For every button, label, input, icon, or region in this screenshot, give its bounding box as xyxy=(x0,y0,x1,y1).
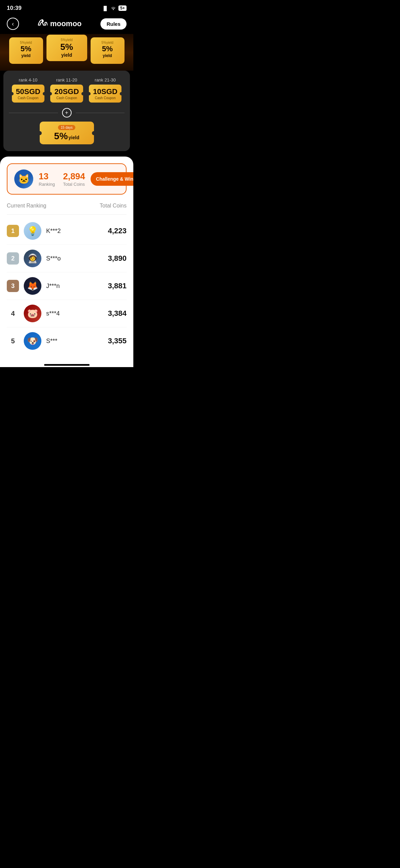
rank-label-2: rank 11-20 xyxy=(56,77,77,83)
user-coins-value: 2,894 xyxy=(63,171,85,182)
rank-badge-5: 5 xyxy=(7,335,19,347)
player-name-5: S*** xyxy=(46,338,103,345)
cash-coupon-card-3: 10SGD Cash Coupon xyxy=(89,85,121,103)
hero-coupon-right-sub: yield xyxy=(103,53,112,58)
coupon-amount-2: 20SGD xyxy=(54,87,79,96)
rank-badge-1: 1 xyxy=(7,225,19,237)
wifi-icon xyxy=(110,5,116,11)
yield-value: 5% xyxy=(54,131,68,141)
svg-point-0 xyxy=(42,20,44,22)
table-row: 5 🐶 S*** 3,355 xyxy=(7,327,127,355)
avatar-player-4: 🐷 xyxy=(24,305,41,322)
home-indicator xyxy=(7,361,127,367)
hero-coupon-center-sub: yield xyxy=(61,52,72,58)
player-coins-3: 3,881 xyxy=(108,282,127,290)
hero-coupon-center-label: 5%yield xyxy=(61,38,73,42)
table-row: 3 🦊 J***n 3,881 xyxy=(7,272,127,300)
hero-coupon-right-label: 5%yield xyxy=(101,41,113,44)
white-section: 🐱 13 Ranking 2,894 Total Coins Challenge… xyxy=(0,157,133,367)
avatar-player-2: 🧑‍🚀 xyxy=(24,250,41,267)
rank-badge-3: 3 xyxy=(7,280,19,292)
hero-coupon-left-label: 5%yield xyxy=(20,41,32,44)
table-row: 2 🧑‍🚀 S***o 3,890 xyxy=(7,245,127,272)
rules-button[interactable]: Rules xyxy=(100,18,127,30)
hero-coupon-left-value: 5% xyxy=(21,44,32,53)
table-row: 1 💡 K***2 4,223 xyxy=(7,217,127,245)
rewards-section: rank 4-10 50SGD Cash Coupon rank 11-20 2… xyxy=(3,71,130,151)
user-ranking-label: Ranking xyxy=(39,182,55,187)
coupon-type-3: Cash Coupon xyxy=(95,96,116,100)
ranking-header: Current Ranking Total Coins xyxy=(7,203,127,215)
hero-coupon-left-sub: yield xyxy=(21,53,31,58)
back-button[interactable]: ‹ xyxy=(7,18,19,30)
avatar-player-1: 💡 xyxy=(24,222,41,240)
coupon-amount-1: 50SGD xyxy=(16,87,40,96)
player-coins-4: 3,384 xyxy=(108,309,127,318)
player-name-3: J***n xyxy=(46,283,103,290)
hero-section: 5%yield 5% yield 5%yield 5% yield 5%yiel… xyxy=(0,34,133,71)
logo-text: moomoo xyxy=(50,19,82,28)
avatar-player-5: 🐶 xyxy=(24,332,41,350)
player-coins-2: 3,890 xyxy=(108,254,127,263)
ranking-stat: 13 Ranking xyxy=(39,171,55,187)
user-stats: 13 Ranking 2,894 Total Coins xyxy=(39,171,85,187)
player-name-2: S***o xyxy=(46,255,103,262)
home-bar xyxy=(44,364,90,366)
table-row: 4 🐷 s***4 3,384 xyxy=(7,300,127,327)
user-avatar: 🐱 xyxy=(14,169,33,188)
yield-sub: yield xyxy=(69,135,79,140)
hero-coupon-center: 5%yield 5% yield xyxy=(46,35,87,61)
player-name-1: K***2 xyxy=(46,228,103,235)
coupon-amount-3: 10SGD xyxy=(93,87,117,96)
rewards-grid: rank 4-10 50SGD Cash Coupon rank 11-20 2… xyxy=(9,77,125,103)
status-icons: ▐▌ 5+ xyxy=(102,5,127,11)
reward-item-3: rank 21-30 10SGD Cash Coupon xyxy=(89,77,121,103)
logo-icon xyxy=(38,19,47,29)
days-badge: 15 days xyxy=(58,125,75,130)
hero-coupon-right: 5%yield 5% yield xyxy=(91,37,125,64)
rank-badge-4: 4 xyxy=(7,307,19,320)
nav-logo: moomoo xyxy=(38,19,82,29)
current-ranking-label: Current Ranking xyxy=(7,203,46,209)
divider-line-left xyxy=(9,113,58,113)
rank-label-1: rank 4-10 xyxy=(19,77,37,83)
hero-coupon-left: 5%yield 5% yield xyxy=(9,37,43,64)
reward-item-1: rank 4-10 50SGD Cash Coupon xyxy=(12,77,44,103)
yield-coupon-container: 15 days 5% yield xyxy=(9,122,125,144)
user-coins-label: Total Coins xyxy=(63,182,85,187)
signal-icon: ▐▌ xyxy=(102,6,108,11)
user-rank-card: 🐱 13 Ranking 2,894 Total Coins Challenge… xyxy=(7,163,127,195)
coupon-type-2: Cash Coupon xyxy=(56,96,77,100)
avatar-player-3: 🦊 xyxy=(24,277,41,295)
player-coins-1: 4,223 xyxy=(108,227,127,235)
status-time: 10:39 xyxy=(7,5,21,12)
status-bar: 10:39 ▐▌ 5+ xyxy=(0,0,133,14)
coupon-type-1: Cash Coupon xyxy=(18,96,38,100)
nav-bar: ‹ moomoo Rules xyxy=(0,14,133,34)
rank-label-3: rank 21-30 xyxy=(95,77,116,83)
player-coins-5: 3,355 xyxy=(108,337,127,345)
coins-stat: 2,894 Total Coins xyxy=(63,171,85,187)
hero-coupon-right-value: 5% xyxy=(102,44,113,53)
cash-coupon-card-2: 20SGD Cash Coupon xyxy=(50,85,83,103)
player-name-4: s***4 xyxy=(46,310,103,317)
battery-badge: 5+ xyxy=(118,5,127,11)
challenge-button[interactable]: Challenge & Win! xyxy=(91,172,133,186)
plus-divider: + xyxy=(9,108,125,117)
reward-item-2: rank 11-20 20SGD Cash Coupon xyxy=(50,77,83,103)
user-ranking-value: 13 xyxy=(39,171,49,182)
plus-icon: + xyxy=(62,108,72,117)
rank-badge-2: 2 xyxy=(7,252,19,265)
divider-line-right xyxy=(76,113,125,113)
cash-coupon-card-1: 50SGD Cash Coupon xyxy=(12,85,44,103)
back-icon: ‹ xyxy=(12,20,14,28)
total-coins-label: Total Coins xyxy=(100,203,127,209)
hero-coupon-center-value: 5% xyxy=(60,42,73,52)
yield-coupon-card: 15 days 5% yield xyxy=(40,122,94,144)
